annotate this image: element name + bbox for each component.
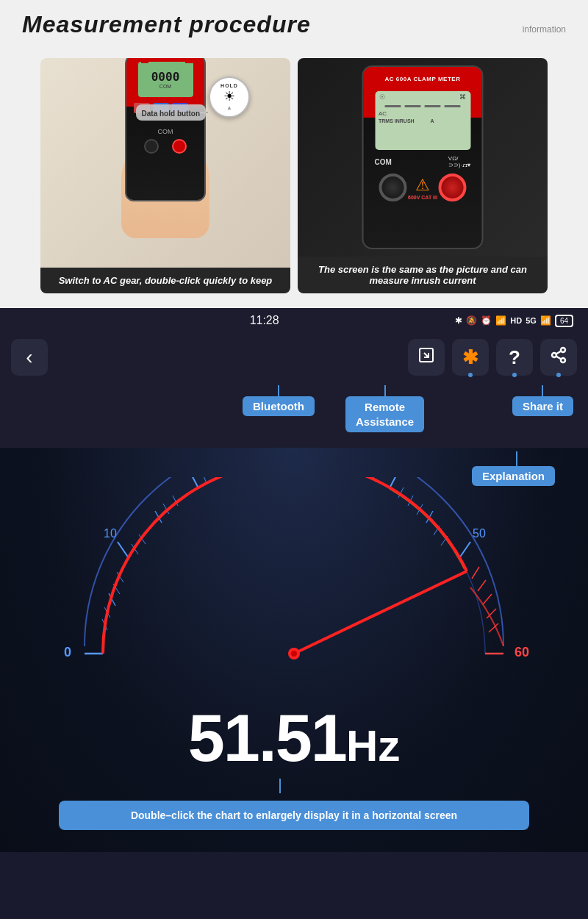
meter-display: 0000 xyxy=(151,70,180,84)
gauge-value-display: 51.51Hz xyxy=(0,690,588,779)
chart-hint-container: Double–click the chart to enlargely disp… xyxy=(0,779,588,852)
share-icon xyxy=(550,346,567,368)
svg-point-2 xyxy=(552,353,556,357)
svg-line-4 xyxy=(556,357,562,360)
explanation-tooltip-container: Explanation xyxy=(472,451,555,486)
gauge-svg: 0 10 20 30 40 50 60 xyxy=(15,477,573,690)
app-toolbar: ‹ ✱ ? xyxy=(0,333,588,382)
hd-label: HD xyxy=(510,316,522,325)
chart-hint: Double–click the chart to enlargely disp… xyxy=(59,801,529,830)
data-hold-label: Data hold button xyxy=(136,104,206,121)
remote-assistance-tooltip-container: RemoteAssistance xyxy=(345,385,424,432)
right-image-visual: AC 600A CLAMP METER ☉ ⌘ xyxy=(298,58,548,257)
hold-badge: HOLD ☀ ▲ xyxy=(209,76,250,118)
product-images-row: 0000 COM COM xyxy=(22,58,566,293)
svg-text:0: 0 xyxy=(64,645,71,659)
voltage-label: 600V CAT III xyxy=(408,195,437,200)
wifi-icon: 📶 xyxy=(495,315,506,326)
export-button[interactable] xyxy=(408,339,445,376)
silent-icon: 🔕 xyxy=(466,315,477,326)
export-icon xyxy=(417,346,435,368)
svg-point-1 xyxy=(561,348,565,352)
svg-line-52 xyxy=(483,594,492,604)
svg-text:10: 10 xyxy=(104,527,117,540)
svg-line-33 xyxy=(201,477,206,482)
info-label: information xyxy=(523,24,566,35)
right-meter-title: AC 600A CLAMP METER xyxy=(385,76,461,82)
svg-line-5 xyxy=(556,351,562,354)
svg-text:50: 50 xyxy=(473,527,486,540)
alarm-icon: ⏰ xyxy=(481,315,492,326)
svg-line-14 xyxy=(390,477,398,488)
svg-line-55 xyxy=(294,571,467,654)
bluetooth-dot xyxy=(468,373,473,377)
svg-point-57 xyxy=(291,651,297,657)
svg-line-10 xyxy=(190,477,198,488)
right-image-caption: The screen is the same as the picture an… xyxy=(298,257,548,293)
explanation-tooltip: Explanation xyxy=(472,466,555,486)
gauge-value: 51.51 xyxy=(188,701,346,775)
help-icon: ? xyxy=(509,346,520,369)
svg-line-50 xyxy=(472,567,479,579)
bluetooth-tooltip-container: Bluetooth xyxy=(243,385,315,416)
help-dot xyxy=(512,373,517,377)
gauge-unit: Hz xyxy=(346,721,400,770)
left-product-image: 0000 COM COM xyxy=(40,58,290,293)
help-button[interactable]: ? xyxy=(496,339,533,376)
svg-line-51 xyxy=(478,580,486,591)
back-button[interactable]: ‹ xyxy=(11,339,48,376)
status-bar: 11:28 ✱ 🔕 ⏰ 📶 HD 5G 📶 64 xyxy=(0,308,588,333)
top-section: Measurement procedure information 0000 xyxy=(0,0,588,308)
bluetooth-tooltip: Bluetooth xyxy=(243,396,315,416)
tooltip-row: Bluetooth RemoteAssistance Share it xyxy=(0,382,588,448)
share-button[interactable] xyxy=(540,339,577,376)
share-tooltip-container: Share it xyxy=(512,385,573,416)
signal-icon: 📶 xyxy=(540,315,551,326)
battery-indicator: 64 xyxy=(555,315,573,327)
bluetooth-status-icon: ✱ xyxy=(455,315,462,326)
left-image-caption: Switch to AC gear, double-click quickly … xyxy=(40,268,290,293)
bluetooth-button[interactable]: ✱ xyxy=(452,339,489,376)
share-dot xyxy=(556,373,561,377)
share-tooltip: Share it xyxy=(512,396,573,416)
svg-text:60: 60 xyxy=(514,645,529,659)
status-icons: ✱ 🔕 ⏰ 📶 HD 5G 📶 64 xyxy=(455,315,573,327)
phone-section: 11:28 ✱ 🔕 ⏰ 📶 HD 5G 📶 64 ‹ xyxy=(0,308,588,852)
right-product-image: AC 600A CLAMP METER ☉ ⌘ xyxy=(298,58,548,293)
page-title: Measurement procedure xyxy=(22,11,311,38)
gauge-section[interactable]: Explanation xyxy=(0,448,588,852)
svg-line-8 xyxy=(118,542,129,558)
left-image-visual: 0000 COM COM xyxy=(40,58,290,268)
5g-label: 5G xyxy=(526,316,537,325)
remote-assistance-tooltip: RemoteAssistance xyxy=(345,396,424,432)
svg-point-3 xyxy=(561,358,565,362)
svg-line-16 xyxy=(459,542,470,558)
status-time: 11:28 xyxy=(250,314,279,327)
bluetooth-icon: ✱ xyxy=(462,346,478,369)
